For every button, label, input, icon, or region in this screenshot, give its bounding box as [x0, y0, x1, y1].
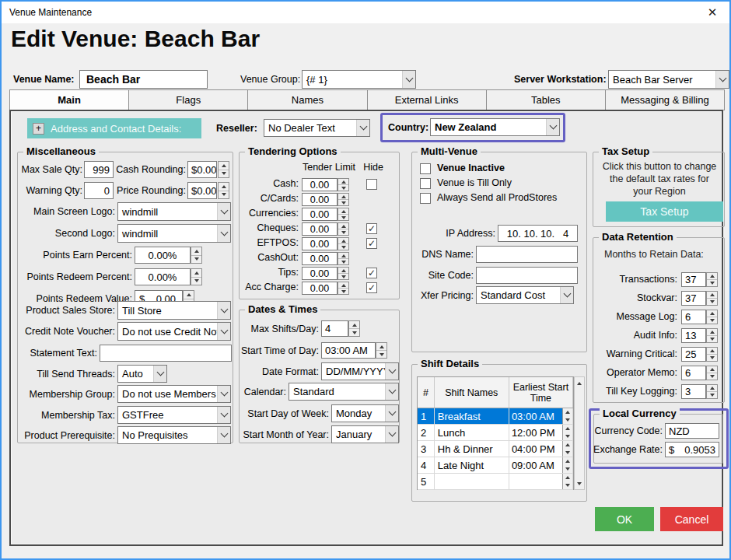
spin-up-icon[interactable] [338, 223, 348, 229]
retention-spinner[interactable] [706, 347, 718, 362]
shift-time-cell[interactable]: 03:00 AM [509, 408, 573, 424]
statement-text-input[interactable] [100, 345, 232, 362]
spin-up-icon[interactable] [338, 208, 348, 215]
shift-row[interactable]: 2Lunch12:00 PM [418, 425, 573, 441]
shift-name-cell[interactable]: Lunch [435, 425, 509, 440]
spin-up-icon[interactable] [338, 253, 348, 259]
tender-limit-spinner[interactable] [338, 237, 349, 250]
tender-limit-input[interactable]: 0.00 [302, 267, 338, 280]
shift-name-cell[interactable]: Breakfast [435, 408, 509, 424]
tender-limit-input[interactable]: 0.00 [302, 237, 338, 250]
tab-external-links[interactable]: External Links [367, 89, 487, 110]
spin-up-icon[interactable] [707, 273, 717, 280]
chevron-down-icon[interactable] [217, 225, 230, 242]
retention-spinner[interactable] [706, 384, 718, 399]
spin-down-icon[interactable] [563, 449, 572, 457]
spin-up-icon[interactable] [707, 292, 717, 299]
cancel-button[interactable]: Cancel [660, 507, 723, 531]
spin-down-icon[interactable] [707, 373, 717, 380]
max-shifts-input[interactable]: 4 [321, 320, 348, 337]
retention-input[interactable]: 6 [681, 366, 706, 380]
shift-time-spinner[interactable] [562, 474, 572, 489]
server-workstation-combo[interactable]: Beach Bar Server [608, 70, 729, 89]
venue-group-combo[interactable]: {# 1} [302, 70, 416, 89]
shift-row[interactable]: 4Late Night09:00 AM [418, 457, 573, 474]
spin-up-icon[interactable] [563, 441, 572, 449]
second-logo-combo[interactable]: windmill [117, 224, 231, 243]
retention-spinner[interactable] [706, 272, 718, 287]
tender-limit-spinner[interactable] [338, 282, 349, 295]
start-day-combo[interactable]: Monday [331, 404, 399, 422]
retention-input[interactable]: 3 [681, 384, 706, 399]
tender-limit-spinner[interactable] [338, 193, 349, 206]
retention-input[interactable]: 25 [681, 347, 706, 362]
spin-down-icon[interactable] [563, 432, 572, 440]
hide-checkbox[interactable]: ✓ [366, 238, 377, 249]
cash-rounding-spinner[interactable] [218, 161, 229, 178]
scroll-up-icon[interactable] [575, 377, 584, 389]
spin-down-icon[interactable] [338, 244, 348, 250]
shift-time-spinner[interactable] [562, 408, 572, 424]
shift-time-spinner[interactable] [562, 425, 572, 440]
tender-limit-spinner[interactable] [338, 252, 349, 265]
spin-up-icon[interactable] [563, 457, 572, 465]
cash-rounding-input[interactable]: $ 0.00 [187, 161, 217, 178]
tender-limit-spinner[interactable] [338, 267, 349, 280]
points-redeem-pct-input[interactable]: 0.00% [135, 268, 191, 285]
venue-name-input[interactable]: Beach Bar [79, 70, 208, 89]
scroll-down-icon[interactable] [575, 478, 584, 489]
spin-down-icon[interactable] [338, 259, 348, 264]
spin-down-icon[interactable] [707, 280, 717, 286]
spin-down-icon[interactable] [563, 465, 572, 473]
retention-spinner[interactable] [706, 328, 718, 343]
credit-note-combo[interactable]: Do not use Credit Not [117, 322, 231, 341]
tender-limit-spinner[interactable] [338, 222, 349, 236]
spin-down-icon[interactable] [707, 392, 717, 398]
shift-row[interactable]: 5 [418, 474, 573, 490]
ok-button[interactable]: OK [595, 507, 654, 531]
site-code-input[interactable] [476, 267, 578, 284]
start-time-input[interactable]: 03:00 AM [321, 342, 376, 359]
shift-time-spinner[interactable] [562, 457, 572, 473]
close-icon[interactable]: ✕ [700, 2, 725, 23]
shift-name-cell[interactable]: Late Night [435, 457, 509, 473]
chevron-down-icon[interactable] [217, 427, 230, 443]
tender-limit-input[interactable]: 0.00 [302, 282, 338, 295]
shift-table-scrollbar[interactable] [574, 376, 585, 490]
tax-setup-button[interactable]: Tax Setup [606, 201, 723, 222]
chevron-down-icon[interactable] [385, 363, 398, 380]
dns-name-input[interactable] [476, 246, 578, 263]
chevron-down-icon[interactable] [560, 287, 573, 303]
spin-down-icon[interactable] [338, 200, 348, 205]
spin-up-icon[interactable] [338, 268, 348, 274]
multivenue-checkbox[interactable] [420, 193, 431, 204]
chevron-down-icon[interactable] [217, 302, 230, 319]
tender-limit-input[interactable]: 0.00 [302, 193, 338, 206]
tab-flags[interactable]: Flags [128, 89, 248, 110]
multivenue-checkbox[interactable] [420, 163, 431, 174]
price-rounding-input[interactable]: $ 0.00 [187, 182, 217, 199]
spin-up-icon[interactable] [707, 310, 717, 317]
spin-down-icon[interactable] [707, 336, 717, 342]
chevron-down-icon[interactable] [385, 383, 398, 400]
expand-plus-icon[interactable]: + [33, 123, 44, 135]
price-rounding-spinner[interactable] [218, 182, 229, 199]
shift-time-cell[interactable] [509, 474, 573, 489]
retention-spinner[interactable] [706, 366, 718, 380]
spin-up-icon[interactable] [338, 194, 348, 200]
till-threads-combo[interactable]: Auto [117, 365, 167, 383]
tab-messaging-billing[interactable]: Messaging & Billing [605, 89, 725, 110]
shift-name-cell[interactable] [435, 474, 509, 489]
chevron-down-icon[interactable] [356, 120, 369, 136]
spin-down-icon[interactable] [338, 185, 348, 191]
shift-time-cell[interactable]: 12:00 PM [509, 425, 573, 440]
hide-checkbox[interactable]: ✓ [366, 282, 377, 293]
currency-code-input[interactable]: NZD [665, 423, 719, 439]
tender-limit-spinner[interactable] [338, 178, 349, 191]
spin-up-icon[interactable] [707, 366, 717, 373]
retention-input[interactable]: 37 [681, 272, 706, 287]
max-sale-qty-input[interactable]: 999 [84, 161, 114, 178]
warning-qty-input[interactable]: 0 [84, 182, 114, 199]
points-earn-input[interactable]: 0.00% [135, 247, 191, 264]
membership-group-combo[interactable]: Do not use Members [117, 385, 231, 403]
